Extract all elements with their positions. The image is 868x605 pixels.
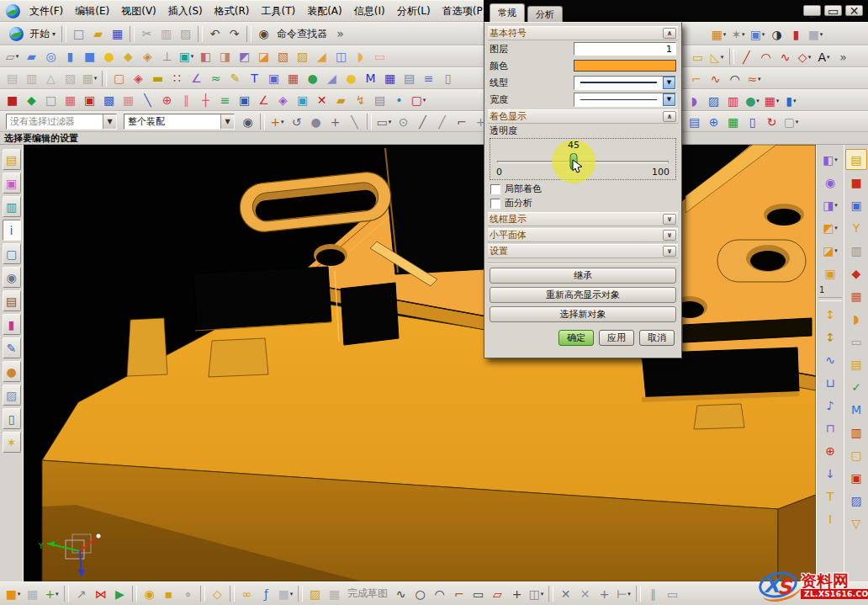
- saddle-surface-icon[interactable]: ◗: [685, 92, 703, 109]
- folder-group-icon[interactable]: ▰: [332, 92, 350, 109]
- m-pencil-icon[interactable]: M: [845, 399, 867, 420]
- snap-line-icon[interactable]: ╱: [414, 113, 431, 130]
- resize-face-icon[interactable]: ◪▾: [819, 240, 841, 261]
- group-settings[interactable]: 设置 ∨: [488, 244, 678, 258]
- blue-dot-icon[interactable]: •: [390, 92, 408, 109]
- red-frame-icon[interactable]: ▢▾: [410, 92, 427, 109]
- t-section-icon[interactable]: T: [819, 486, 841, 507]
- cut-icon[interactable]: ✂: [138, 25, 156, 43]
- snap-intersection-icon[interactable]: ╲: [346, 113, 363, 130]
- tab-general[interactable]: 常规: [490, 3, 525, 22]
- gray-cube-icon[interactable]: ■▾: [277, 585, 294, 602]
- menu-format[interactable]: 格式(R): [209, 4, 256, 19]
- arc-icon[interactable]: ◠: [431, 585, 448, 602]
- internet-explorer-icon[interactable]: i: [3, 220, 21, 241]
- snap-settings-icon[interactable]: ✶▾: [729, 25, 747, 43]
- transparency-slider[interactable]: 45 0 100: [490, 138, 676, 180]
- history-icon[interactable]: ◉: [3, 267, 21, 288]
- pin-dimension-icon[interactable]: ↕: [819, 326, 841, 348]
- deviation-icon[interactable]: ≈: [207, 70, 225, 88]
- cancel-button[interactable]: 取消: [639, 330, 675, 346]
- snap-corner-icon[interactable]: ⌐: [453, 113, 470, 130]
- parallel-constraint-icon[interactable]: ∥: [644, 585, 662, 602]
- collapse-chevron-icon[interactable]: ∧: [663, 28, 676, 39]
- small-cubes-icon[interactable]: ▪: [160, 585, 177, 602]
- pin-icon[interactable]: ↓: [819, 463, 841, 484]
- highlight-icon[interactable]: ●: [342, 70, 360, 88]
- snap-circle-icon[interactable]: ⊙: [394, 113, 412, 130]
- freeform-icon[interactable]: ◈: [139, 48, 156, 66]
- mold-csys-icon[interactable]: ■: [845, 172, 867, 193]
- radius-angle-icon[interactable]: ∠: [188, 70, 205, 88]
- components-icon[interactable]: ▦: [24, 585, 41, 602]
- paste-icon[interactable]: ▨: [177, 25, 194, 43]
- i-section-icon[interactable]: I: [819, 508, 841, 529]
- open-folder-icon[interactable]: ▰: [89, 25, 107, 43]
- wave-link-icon[interactable]: ◈: [130, 70, 147, 88]
- copy-icon[interactable]: ▥: [157, 25, 175, 43]
- sketch-icon[interactable]: ▱▾: [3, 48, 21, 66]
- chevron-down-icon[interactable]: ▼: [103, 114, 116, 129]
- high-quality-image-icon[interactable]: ▮: [787, 25, 805, 43]
- datum-plane-icon[interactable]: ⊥: [158, 48, 176, 66]
- new-file-icon[interactable]: □: [70, 25, 87, 43]
- table-icon[interactable]: ▤: [400, 70, 418, 88]
- menu-analysis[interactable]: 分析(L): [391, 4, 437, 19]
- target-icon[interactable]: ⊕: [819, 440, 841, 461]
- red-cube-icon[interactable]: ■: [3, 92, 21, 109]
- group-wireframe-display[interactable]: 线框显示 ∨: [488, 212, 678, 226]
- subtract-icon[interactable]: ◨: [216, 48, 234, 66]
- draft-icon[interactable]: ◢: [313, 48, 331, 66]
- hands-sheet-icon[interactable]: ▨: [705, 92, 722, 109]
- group-shaded-display[interactable]: 着色显示 ∧: [488, 109, 678, 124]
- white-cube-icon[interactable]: □: [42, 92, 60, 109]
- pattern-face-icon[interactable]: ▣: [819, 263, 841, 284]
- ok-button[interactable]: 确定: [558, 330, 594, 346]
- gem-view-icon[interactable]: ◇: [209, 585, 226, 602]
- flag-icon[interactable]: ▮▾: [782, 92, 800, 109]
- measure-angle-icon[interactable]: ◺▾: [708, 48, 726, 66]
- unite-icon[interactable]: ◧: [197, 48, 214, 66]
- expand-chevron-icon[interactable]: ∨: [663, 246, 676, 257]
- group-basic-symbols[interactable]: 基本符号 ∧: [488, 26, 678, 40]
- system-tools-icon[interactable]: ✎: [3, 337, 21, 358]
- delete-face-icon[interactable]: ◉: [819, 172, 841, 193]
- block-icon[interactable]: ■: [81, 48, 98, 66]
- color-grid-icon[interactable]: ▩: [100, 92, 118, 109]
- menu-edit[interactable]: 编辑(E): [69, 4, 115, 19]
- redo-icon[interactable]: ↷: [225, 25, 243, 43]
- pattern-red-icon[interactable]: ▦: [845, 285, 867, 306]
- red-frame-box-icon[interactable]: ▣: [845, 467, 867, 488]
- stamp-icon[interactable]: ▨: [845, 490, 867, 511]
- menu-view[interactable]: 视图(V): [115, 4, 162, 19]
- undo-icon[interactable]: ↶: [206, 25, 224, 43]
- menu-assembly[interactable]: 装配(A): [301, 4, 348, 19]
- revolve-icon[interactable]: ◎: [42, 48, 60, 66]
- point-set-icon[interactable]: ∷: [168, 70, 186, 88]
- selection-filter-dropdown[interactable]: 没有选择过滤器 ▼: [6, 114, 117, 130]
- vertex-icon[interactable]: ∠: [255, 92, 273, 109]
- red-layer-cube-icon[interactable]: ◆: [845, 263, 867, 284]
- web-browser-icon[interactable]: ▯: [3, 408, 21, 429]
- assembly-navigator-icon[interactable]: ▤: [3, 149, 21, 170]
- disabled-section-icon[interactable]: ▧: [61, 70, 79, 88]
- offset-curve-icon[interactable]: ◫▾: [527, 585, 545, 602]
- snap-rect-icon[interactable]: ▭▾: [375, 113, 393, 130]
- workpiece-icon[interactable]: ▤: [845, 149, 867, 170]
- trim-body-icon[interactable]: ◪: [255, 48, 273, 66]
- inherit-button[interactable]: 继承: [490, 268, 676, 284]
- hidden-cube-icon[interactable]: ■▾: [807, 25, 824, 43]
- broom-icon[interactable]: ↯: [352, 92, 369, 109]
- box-arrow-icon[interactable]: ▢▾: [782, 113, 800, 130]
- color-swatch[interactable]: [574, 60, 676, 72]
- grab-component-icon[interactable]: ◉: [140, 585, 158, 602]
- boolean-icon[interactable]: ▣▾: [177, 48, 195, 66]
- snap-control-point-icon[interactable]: +: [326, 113, 344, 130]
- diagonal-line-icon[interactable]: ╲: [139, 92, 156, 109]
- shaded-view-icon[interactable]: ◑: [768, 25, 786, 43]
- insert-boxes-icon[interactable]: ▭: [845, 331, 867, 352]
- mirror-assembly-icon[interactable]: ⋈: [92, 585, 109, 602]
- roles-icon[interactable]: ●: [3, 361, 21, 382]
- intersect-icon[interactable]: ◩: [236, 48, 253, 66]
- spreadsheet-icon[interactable]: ▦▾: [710, 25, 728, 43]
